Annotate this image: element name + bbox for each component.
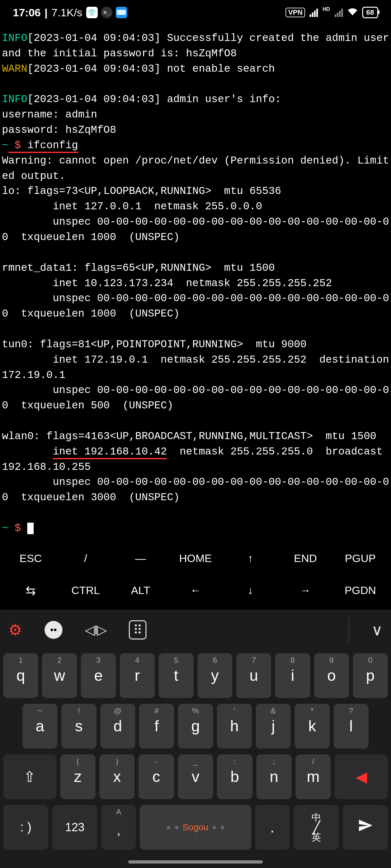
signal-icon-1 [310,8,318,17]
extra-keys-row: ESC / ― HOME ↑ END PGUP ⇆ CTRL ALT ← ↓ →… [0,536,391,610]
key-send[interactable] [343,805,388,850]
keyboard-row-3: ⇧ (z )x -c _v :b ;n /m ◀ [3,754,388,799]
key-left[interactable]: ← [168,575,223,607]
prompt-tilde: ~ [2,522,8,534]
key-pgup[interactable]: PGUP [333,542,388,575]
key-f[interactable]: #f [139,704,174,749]
soft-keyboard: ⚙ •• ◁Ι▷ ⠿ ∨ 1q 2w 3e 4r 5t 6y 7u 8i 9o … [0,610,391,868]
key-period[interactable]: . [255,805,290,850]
wifi-icon [347,7,358,18]
key-a[interactable]: ~a [22,704,57,749]
prompt-dollar: $ [8,140,27,151]
terminal-output[interactable]: INFO[2023-01-04 09:04:03] Successfully c… [0,25,391,536]
log-level-warn: WARN [2,63,27,75]
iface-wlan0-head: wlan0: flags=4163<UP,BROADCAST,RUNNING,M… [2,431,376,442]
home-indicator[interactable] [128,860,263,864]
command-ifconfig: ifconfig [27,140,78,151]
key-dash[interactable]: ― [113,542,168,575]
key-u[interactable]: 7u [236,653,271,698]
key-h[interactable]: 'h [217,704,252,749]
iface-lo: lo: flags=73<UP,LOOPBACK,RUNNING> mtu 65… [2,185,389,243]
key-g[interactable]: %g [178,704,213,749]
status-bar: 17:06 | 7.1K/s 👕 >_ ⌨ VPN HD 68 [0,0,391,25]
gear-icon[interactable]: ⚙ [8,621,22,639]
key-j[interactable]: &j [256,704,291,749]
status-speed: 7.1K/s [51,6,82,19]
key-p[interactable]: 0p [353,653,388,698]
key-l[interactable]: ?l [334,704,368,749]
log-level-info: INFO [2,93,27,105]
key-v[interactable]: _v [178,754,213,799]
key-n[interactable]: ;n [256,754,291,799]
app-icon-1: 👕 [86,7,98,18]
app-icon-keyboard: ⌨ [116,7,127,18]
key-z[interactable]: (z [60,754,95,799]
key-y[interactable]: 6y [197,653,232,698]
key-d[interactable]: @d [100,704,135,749]
cursor-control-icon[interactable]: ◁Ι▷ [85,622,106,637]
key-numeric[interactable]: 123 [52,805,97,850]
key-x[interactable]: )x [99,754,135,799]
keyboard-row-2: ~a !s @d #f %g 'h &j *k ?l [3,704,388,749]
battery-indicator: 68 [362,7,378,18]
key-tab[interactable]: ⇆ [3,575,58,607]
key-o[interactable]: 9o [314,653,349,698]
signal-icon-2 [335,8,343,17]
emoji-icon[interactable]: •• [45,621,62,639]
key-cn-en[interactable]: 中╱英 [294,805,339,850]
key-space[interactable]: ●● Sogou ●● [140,805,251,850]
collapse-keyboard-icon[interactable]: ∨ [371,621,383,639]
key-emoticon[interactable]: : ) [3,805,48,850]
wlan0-inet: inet 192.168.10.42 [53,446,167,459]
keyboard-row-1: 1q 2w 3e 4r 5t 6y 7u 8i 9o 0p [3,653,388,698]
key-pgdn[interactable]: PGDN [333,575,388,607]
key-c[interactable]: -c [138,754,174,799]
cursor [27,523,34,534]
key-r[interactable]: 4r [120,653,155,698]
key-alt[interactable]: ALT [113,575,168,607]
status-time: 17:06 [13,6,41,19]
key-t[interactable]: 5t [159,653,194,698]
key-s[interactable]: !s [61,704,96,749]
key-down[interactable]: ↓ [223,575,278,607]
key-ctrl[interactable]: CTRL [58,575,113,607]
keyboard-layout-icon[interactable]: ⠿ [129,620,146,640]
app-icon-terminal: >_ [101,7,112,18]
vpn-badge: VPN [285,8,305,17]
key-end[interactable]: END [278,542,333,575]
hd-label: HD [323,6,330,12]
key-home[interactable]: HOME [168,542,223,575]
key-shift[interactable]: ⇧ [3,754,56,799]
key-lang-toggle[interactable]: A, [101,805,136,850]
iface-rmnet: rmnet_data1: flags=65<UP,RUNNING> mtu 15… [2,262,389,320]
prompt-tilde: ~ [2,140,8,151]
key-m[interactable]: /m [296,754,331,799]
key-w[interactable]: 2w [42,653,77,698]
key-backspace[interactable]: ◀ [335,754,388,799]
iface-tun0: tun0: flags=81<UP,POINTOPOINT,RUNNING> m… [2,339,391,412]
key-e[interactable]: 3e [81,653,116,698]
key-k[interactable]: *k [295,704,330,749]
prompt-dollar: $ [8,522,27,534]
key-i[interactable]: 8i [275,653,310,698]
key-b[interactable]: :b [217,754,252,799]
key-slash[interactable]: / [58,542,113,575]
keyboard-row-4: : ) 123 A, ●● Sogou ●● . 中╱英 [3,805,388,850]
key-esc[interactable]: ESC [3,542,58,575]
key-up[interactable]: ↑ [223,542,278,575]
key-q[interactable]: 1q [3,653,38,698]
log-level-info: INFO [2,32,27,44]
key-right[interactable]: → [278,575,333,607]
